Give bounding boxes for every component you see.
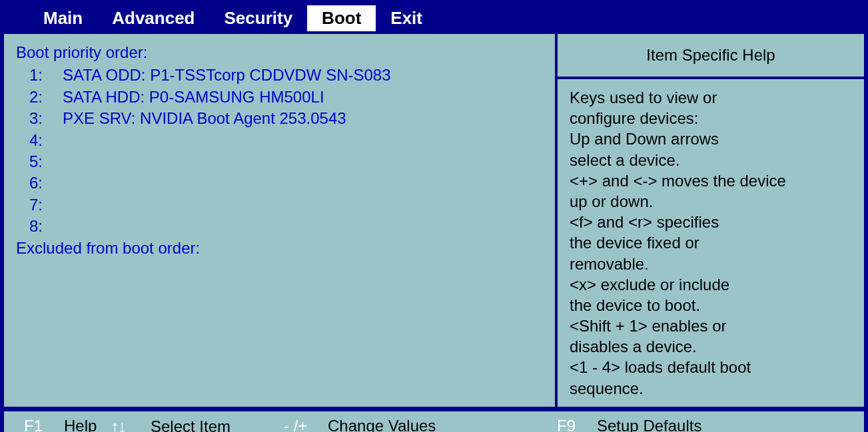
help-line: Keys used to view or: [570, 87, 852, 108]
help-title: Item Specific Help: [558, 34, 864, 79]
boot-num: 5:: [16, 151, 63, 172]
boot-item-6[interactable]: 6:: [16, 172, 543, 194]
legend-plusminus: - /+ Change Values: [284, 417, 544, 432]
label-change-values: Change Values: [328, 417, 436, 432]
legend-f9: F9 Setup Defaults: [557, 417, 844, 432]
legend-f1-help: F1 Help: [24, 417, 111, 432]
tab-advanced[interactable]: Advanced: [97, 5, 209, 31]
help-line: <1 - 4> loads default boot: [570, 357, 852, 377]
label-setup-defaults: Setup Defaults: [597, 417, 701, 432]
boot-num: 1:: [16, 65, 63, 86]
boot-val: PXE SRV: NVIDIA Boot Agent 253.0543: [63, 108, 543, 129]
boot-val: SATA HDD: P0-SAMSUNG HM500LI: [63, 87, 543, 108]
help-panel: Item Specific Help Keys used to view or …: [558, 34, 864, 407]
excluded-header: Excluded from boot order:: [16, 238, 543, 259]
help-line: select a device.: [570, 150, 852, 170]
boot-num: 4:: [16, 130, 63, 151]
key-plusminus: - /+: [284, 417, 328, 432]
tab-security[interactable]: Security: [210, 5, 308, 31]
help-line: <x> exclude or include: [570, 274, 852, 295]
boot-num: 6:: [16, 172, 63, 194]
boot-priority-header: Boot priority order:: [16, 42, 543, 63]
boot-item-2[interactable]: 2: SATA HDD: P0-SAMSUNG HM500LI: [16, 87, 543, 108]
boot-val: [63, 216, 543, 237]
help-line: Up and Down arrows: [570, 128, 852, 149]
boot-val: [63, 194, 543, 216]
tab-bar: Main Advanced Security Boot Exit: [2, 2, 866, 34]
boot-item-3[interactable]: 3: PXE SRV: NVIDIA Boot Agent 253.0543: [16, 108, 543, 129]
help-line: <f> and <r> specifies: [570, 212, 852, 232]
boot-item-4[interactable]: 4:: [16, 130, 543, 151]
tab-main[interactable]: Main: [29, 5, 97, 31]
legend-updown: ↑↓ Select Item: [111, 417, 284, 432]
updown-arrow-icon: ↑↓: [111, 417, 151, 432]
help-line: removable.: [570, 254, 852, 274]
help-line: <Shift + 1> enables or: [570, 316, 852, 336]
label-help: Help: [64, 417, 97, 432]
boot-val: [63, 151, 543, 172]
boot-val: SATA ODD: P1-TSSTcorp CDDVDW SN-S083: [63, 65, 543, 86]
boot-num: 2:: [16, 87, 63, 108]
tab-exit[interactable]: Exit: [376, 5, 437, 31]
help-line: configure devices:: [570, 108, 852, 128]
bios-screen: Main Advanced Security Boot Exit Boot pr…: [0, 0, 868, 432]
help-line: disables a device.: [570, 336, 852, 357]
boot-item-7[interactable]: 7:: [16, 194, 543, 216]
boot-val: [63, 130, 543, 151]
boot-val: [63, 172, 543, 194]
help-line: <+> and <-> moves the device: [570, 170, 852, 191]
help-line: sequence.: [570, 378, 852, 399]
boot-num: 3:: [16, 108, 63, 129]
boot-item-8[interactable]: 8:: [16, 216, 543, 237]
main-panel: Boot priority order: 1: SATA ODD: P1-TSS…: [4, 34, 558, 407]
help-line: the device to boot.: [570, 295, 852, 316]
help-line: up or down.: [570, 191, 852, 212]
footer-key-legend: F1 Help Esc Exit ↑↓ Select Item ←→ Selec…: [2, 409, 866, 432]
tab-boot[interactable]: Boot: [307, 5, 376, 31]
help-body: Keys used to view or configure devices: …: [558, 79, 864, 407]
label-select-item: Select Item: [151, 417, 230, 432]
content-area: Boot priority order: 1: SATA ODD: P1-TSS…: [2, 34, 866, 409]
boot-num: 7:: [16, 194, 63, 216]
key-f1: F1: [24, 417, 64, 432]
help-line: the device fixed or: [570, 232, 852, 253]
key-f9: F9: [557, 417, 597, 432]
boot-item-5[interactable]: 5:: [16, 151, 543, 172]
boot-num: 8:: [16, 216, 63, 237]
boot-item-1[interactable]: 1: SATA ODD: P1-TSSTcorp CDDVDW SN-S083: [16, 65, 543, 86]
